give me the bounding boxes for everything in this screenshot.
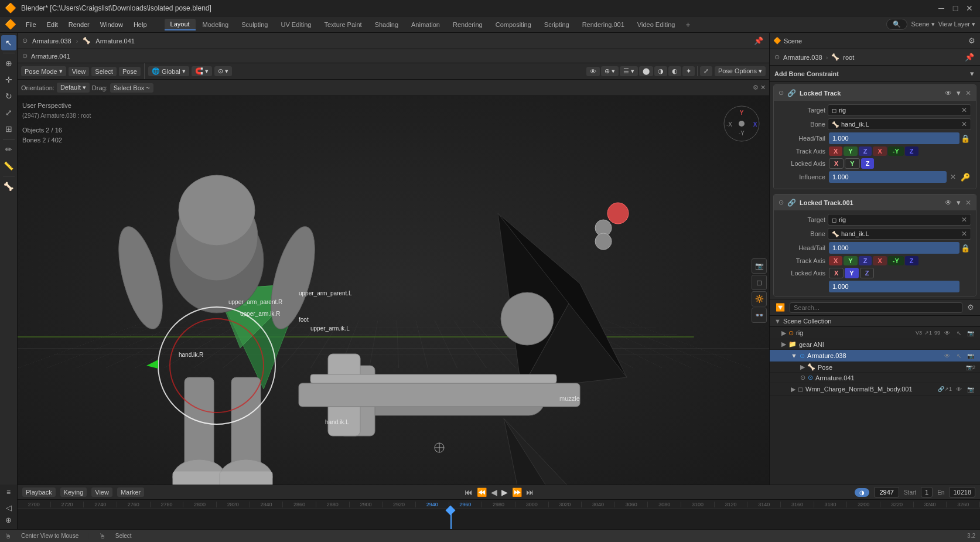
orientation-default[interactable]: Default ▾: [57, 83, 90, 93]
play-back-btn[interactable]: ◀: [490, 486, 498, 498]
lt-close-btn[interactable]: ✕: [965, 89, 971, 97]
tool-transform[interactable]: ⊞: [1, 121, 16, 137]
lt001-locked-x[interactable]: X: [829, 268, 844, 278]
lt-track-y[interactable]: Y: [844, 146, 857, 156]
step-back-btn[interactable]: ⏪: [476, 486, 488, 498]
viewport-eevee[interactable]: ✦: [682, 66, 695, 76]
ws-tab-texture[interactable]: Texture Paint: [318, 19, 367, 30]
frame-display-toggle[interactable]: ◑: [855, 488, 869, 497]
fullscreen-btn[interactable]: ⤢: [700, 66, 712, 76]
drag-mode-selector[interactable]: Select Box ~: [110, 83, 153, 93]
wmn-visibility[interactable]: 👁: [954, 384, 964, 394]
lt-bone-clear[interactable]: ✕: [961, 120, 967, 128]
lt001-locked-z[interactable]: Z: [860, 268, 875, 278]
tool-pose[interactable]: 🦴: [1, 179, 16, 194]
current-frame-display[interactable]: 2947: [874, 487, 899, 497]
outliner-search[interactable]: [790, 302, 962, 313]
lt001-expand-btn[interactable]: ▾: [955, 197, 962, 208]
lt001-target-clear[interactable]: ✕: [961, 216, 967, 224]
lt-track-y-neg[interactable]: -Y: [888, 146, 904, 156]
lt001-locked-y[interactable]: Y: [845, 268, 858, 278]
view-all-btn[interactable]: ◻: [752, 275, 767, 290]
ws-tab-animation[interactable]: Animation: [405, 19, 446, 30]
rig-select[interactable]: ↖: [954, 328, 964, 338]
orientation-selector[interactable]: 🌐 Global ▾: [148, 66, 189, 76]
pin-button[interactable]: 📌: [753, 35, 764, 46]
arm038-visibility[interactable]: 👁: [943, 351, 952, 360]
ws-tab-compositing[interactable]: Compositing: [490, 19, 537, 30]
ws-tab-scripting[interactable]: Scripting: [538, 19, 575, 30]
lt-locked-z[interactable]: Z: [861, 158, 875, 169]
tl-tool-2[interactable]: ⊕: [4, 514, 13, 526]
jump-end-btn[interactable]: ⏭: [525, 486, 535, 498]
keying-btn[interactable]: Keying: [60, 488, 87, 497]
lt-locked-y[interactable]: Y: [845, 158, 859, 169]
ws-tab-rendering001[interactable]: Rendering.001: [576, 19, 630, 30]
lt-track-z[interactable]: Z: [859, 146, 872, 156]
lt001-track-z[interactable]: Z: [859, 256, 872, 265]
lt001-headtail-lock[interactable]: 🔒: [959, 243, 971, 254]
lt001-bone-value[interactable]: 🦴 hand_ik.L ✕: [828, 228, 971, 240]
maximize-button[interactable]: □: [950, 2, 961, 14]
ws-tab-shading[interactable]: Shading: [369, 19, 404, 30]
end-frame[interactable]: 10218: [949, 487, 975, 497]
minimize-button[interactable]: ─: [935, 2, 947, 14]
viewport-material[interactable]: ◑: [654, 66, 667, 76]
lt001-target-value[interactable]: ◻ rig ✕: [828, 214, 971, 226]
snap-settings[interactable]: 🧲 ▾: [192, 66, 212, 76]
outliner-item-wmn-charge[interactable]: ▶ ◻ Wmn_Charge_NormalB_M_body.001 🔗↗1 👁 …: [770, 383, 980, 396]
armature038-label[interactable]: Armature.038: [32, 38, 71, 45]
menu-window[interactable]: Window: [95, 19, 128, 30]
view-camera-btn[interactable]: 📷: [752, 258, 767, 274]
ws-tab-videoediting[interactable]: Video Editing: [631, 19, 681, 30]
lt-visibility-btn[interactable]: 👁: [945, 89, 952, 97]
rp-pin-btn[interactable]: 📌: [964, 52, 975, 63]
jump-start-btn[interactable]: ⏮: [463, 486, 474, 498]
lt-influence-clear[interactable]: ✕: [950, 173, 956, 181]
ws-tab-sculpting[interactable]: Sculpting: [235, 19, 274, 30]
lt-target-clear[interactable]: ✕: [961, 106, 967, 114]
menu-edit[interactable]: Edit: [42, 19, 63, 30]
tool-move[interactable]: ✛: [1, 72, 16, 87]
viewport-shading-wire[interactable]: 👁: [586, 67, 600, 76]
lt-track-x-neg[interactable]: X: [873, 146, 886, 156]
lt001-bone-clear[interactable]: ✕: [961, 230, 967, 238]
step-fwd-btn[interactable]: ⏩: [511, 486, 523, 498]
lt-headtail-lock[interactable]: 🔒: [959, 133, 971, 144]
pose-options-btn[interactable]: Pose Options ▾: [715, 66, 766, 76]
tl-tool-1[interactable]: ◁: [5, 502, 13, 513]
3d-viewport[interactable]: upper_arm_parent.R upper_arm_parent.L up…: [18, 96, 769, 485]
pose-menu[interactable]: Pose: [119, 67, 141, 76]
outliner-filter-btn[interactable]: 🔽: [774, 302, 786, 313]
outliner-filter-options[interactable]: ⚙: [966, 302, 975, 313]
scene-selector[interactable]: Scene ▾: [911, 21, 934, 28]
outliner-item-armature038[interactable]: ▼ ⊙ Armature.038 👁 ↖ 📷: [770, 350, 980, 362]
navigation-gizmo[interactable]: Y X -X -Y: [721, 103, 762, 144]
tool-scale[interactable]: ⤢: [1, 105, 16, 120]
scene-settings-btn[interactable]: ⚙: [967, 35, 976, 46]
view-menu[interactable]: View: [69, 67, 90, 76]
lt001-track-z-2[interactable]: Z: [905, 256, 918, 265]
proportional-edit[interactable]: ⊙ ▾: [214, 66, 232, 76]
outliner-item-rig[interactable]: ▶ ⊙ rig V3 ↗1 99 👁 ↖ 📷: [770, 327, 980, 339]
view-layer-selector[interactable]: View Layer ▾: [938, 21, 975, 28]
rig-visibility[interactable]: 👁: [943, 328, 952, 338]
ws-tab-add[interactable]: +: [682, 18, 694, 31]
lt-bone-value[interactable]: 🦴 hand_ik.L ✕: [828, 118, 971, 130]
lt-track-x[interactable]: X: [829, 146, 842, 156]
rig-render[interactable]: 📷: [966, 328, 975, 338]
viewport-xray[interactable]: ☰ ▾: [620, 66, 638, 76]
select-menu[interactable]: Select: [91, 67, 117, 76]
lt-influence-bar[interactable]: 1.000: [829, 171, 947, 183]
add-constraint-expand[interactable]: ▾: [969, 68, 975, 79]
play-btn[interactable]: ▶: [500, 486, 509, 498]
view-vr-btn[interactable]: 👓: [752, 308, 767, 323]
lt001-close-btn[interactable]: ✕: [965, 199, 971, 207]
outliner-item-gear-ani[interactable]: ▶ 📁 gear ANI: [770, 339, 980, 350]
close-button[interactable]: ✕: [964, 2, 975, 14]
lt-track-z-2[interactable]: Z: [905, 146, 918, 156]
menu-render[interactable]: Render: [64, 19, 94, 30]
lt001-track-y-neg[interactable]: -Y: [888, 256, 904, 265]
tl-view-btn[interactable]: View: [91, 488, 112, 497]
ws-tab-uv[interactable]: UV Editing: [275, 19, 317, 30]
